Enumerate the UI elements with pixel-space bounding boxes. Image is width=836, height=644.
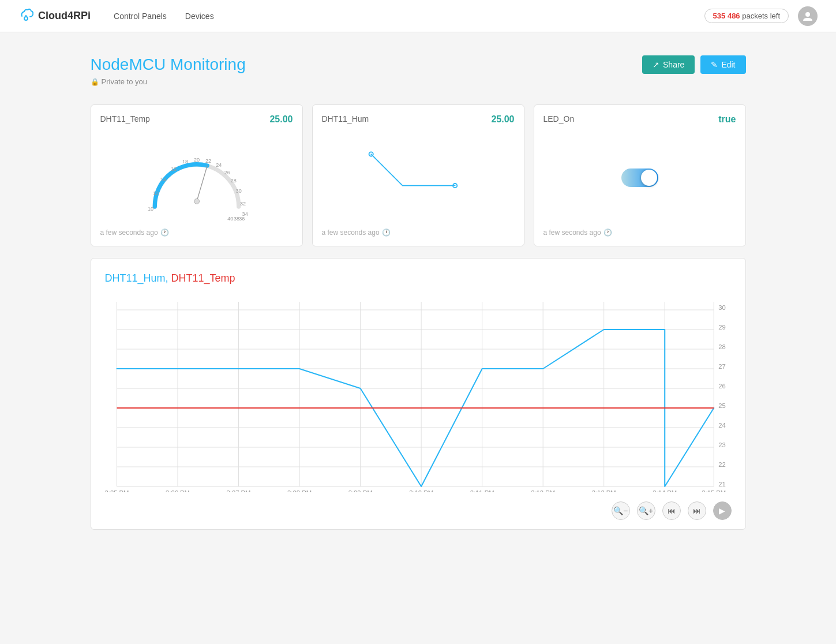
widget-temp-value: 25.00 — [269, 114, 293, 125]
widget-hum: DHT11_Hum 25.00 a few seconds ago 🕐 — [312, 104, 524, 246]
zoom-in-button[interactable]: 🔍− — [612, 501, 630, 520]
svg-text:36: 36 — [239, 216, 245, 222]
svg-text:22: 22 — [718, 461, 726, 468]
packets-count: 535 486 — [713, 12, 740, 20]
toggle-track[interactable] — [621, 169, 658, 187]
gauge-svg: 10 12 14 16 18 20 22 24 26 28 30 32 34 3… — [139, 132, 254, 224]
next-icon: ⏭ — [693, 506, 701, 515]
widget-temp: DHT11_Temp 25.00 10 12 14 16 18 20 22 — [91, 104, 303, 246]
share-icon: ↗ — [653, 60, 659, 69]
widget-temp-footer: a few seconds ago 🕐 — [100, 229, 293, 237]
chart-title: DHT11_Hum, DHT11_Temp — [105, 272, 732, 284]
header-right: 535 486 packets left — [704, 6, 818, 26]
private-label: Private to you — [102, 77, 148, 86]
svg-text:18: 18 — [182, 159, 188, 164]
svg-text:3:13 PM: 3:13 PM — [591, 489, 616, 492]
page-header: NodeMCU Monitoring 🔒 Private to you ↗ Sh… — [91, 55, 746, 86]
svg-text:3:11 PM: 3:11 PM — [470, 489, 494, 492]
svg-text:3:08 PM: 3:08 PM — [287, 489, 312, 492]
svg-point-2 — [805, 12, 810, 17]
svg-text:3:12 PM: 3:12 PM — [531, 489, 555, 492]
toggle-container — [543, 132, 736, 224]
logo-area: Cloud4RPi — [18, 7, 91, 25]
widget-hum-name: DHT11_Hum — [322, 114, 369, 125]
svg-text:22: 22 — [205, 158, 211, 164]
page-title: NodeMCU Monitoring — [91, 55, 246, 74]
svg-text:3:15 PM: 3:15 PM — [702, 489, 726, 492]
led-timestamp: a few seconds ago — [543, 229, 601, 237]
page-title-area: NodeMCU Monitoring 🔒 Private to you — [91, 55, 246, 86]
svg-text:30: 30 — [235, 188, 241, 194]
svg-text:26: 26 — [224, 170, 230, 175]
svg-text:38: 38 — [234, 216, 239, 222]
nav-devices[interactable]: Devices — [185, 12, 214, 21]
edit-button[interactable]: ✎ Edit — [700, 55, 745, 74]
avatar[interactable] — [798, 6, 818, 26]
main-content: NodeMCU Monitoring 🔒 Private to you ↗ Sh… — [72, 32, 764, 553]
packets-badge: 535 486 packets left — [704, 9, 789, 23]
svg-text:24: 24 — [718, 422, 726, 429]
edit-label: Edit — [721, 60, 735, 69]
svg-text:10: 10 — [147, 206, 153, 212]
logo-icon — [18, 7, 33, 25]
chart-controls: 🔍− 🔍+ ⏮ ⏭ ▶ — [105, 497, 732, 520]
widget-led-name: LED_On — [543, 114, 575, 125]
svg-text:27: 27 — [718, 363, 726, 370]
nav-control-panels[interactable]: Control Panels — [114, 12, 167, 21]
svg-text:3:06 PM: 3:06 PM — [166, 489, 190, 492]
widget-hum-header: DHT11_Hum 25.00 — [322, 114, 515, 125]
svg-text:3:05 PM: 3:05 PM — [105, 489, 129, 492]
prev-button[interactable]: ⏮ — [662, 501, 681, 520]
share-button[interactable]: ↗ Share — [642, 55, 695, 74]
play-button[interactable]: ▶ — [713, 501, 732, 520]
toggle-thumb — [641, 170, 657, 186]
led-clock-icon: 🕐 — [603, 229, 612, 237]
svg-text:21: 21 — [718, 481, 726, 488]
zoom-in-icon: 🔍− — [613, 506, 628, 515]
share-label: Share — [663, 60, 684, 69]
edit-icon: ✎ — [711, 60, 718, 69]
widget-led-value: true — [718, 114, 736, 125]
page-private: 🔒 Private to you — [91, 77, 246, 86]
main-nav: Control Panels Devices — [114, 12, 704, 21]
svg-text:12: 12 — [153, 190, 159, 196]
widget-temp-name: DHT11_Temp — [100, 114, 150, 125]
svg-point-20 — [194, 199, 199, 204]
widget-led-footer: a few seconds ago 🕐 — [543, 229, 736, 237]
svg-text:23: 23 — [718, 441, 726, 448]
svg-text:3:10 PM: 3:10 PM — [409, 489, 433, 492]
gauge-container: 10 12 14 16 18 20 22 24 26 28 30 32 34 3… — [100, 132, 293, 224]
prev-icon: ⏮ — [668, 506, 676, 515]
packets-label: packets left — [742, 12, 780, 20]
lock-icon: 🔒 — [91, 78, 99, 86]
widget-hum-value: 25.00 — [491, 114, 514, 125]
svg-text:16: 16 — [170, 166, 176, 172]
svg-text:28: 28 — [230, 178, 236, 184]
play-icon: ▶ — [719, 506, 725, 515]
zoom-out-icon: 🔍+ — [639, 506, 653, 515]
svg-text:24: 24 — [216, 162, 222, 168]
line-svg — [361, 140, 476, 215]
svg-text:25: 25 — [718, 402, 726, 409]
svg-text:14: 14 — [160, 177, 166, 182]
svg-text:20: 20 — [193, 157, 199, 163]
hum-timestamp: a few seconds ago — [322, 229, 380, 237]
svg-text:3:09 PM: 3:09 PM — [348, 489, 372, 492]
logo-text: Cloud4RPi — [38, 10, 91, 22]
svg-text:29: 29 — [718, 324, 726, 331]
svg-point-0 — [24, 17, 28, 20]
chart-title-temp: DHT11_Temp — [171, 272, 235, 284]
svg-line-19 — [197, 166, 207, 201]
chart-area: 21 22 23 24 25 26 27 28 29 30 — [105, 296, 732, 492]
zoom-out-button[interactable]: 🔍+ — [637, 501, 655, 520]
svg-text:3:07 PM: 3:07 PM — [226, 489, 250, 492]
hum-clock-icon: 🕐 — [382, 229, 391, 237]
next-button[interactable]: ⏭ — [688, 501, 706, 520]
svg-text:32: 32 — [239, 201, 245, 207]
svg-text:26: 26 — [718, 383, 726, 390]
line-container — [322, 132, 515, 224]
widget-led: LED_On true a few seconds ago 🕐 — [534, 104, 746, 246]
widget-temp-header: DHT11_Temp 25.00 — [100, 114, 293, 125]
svg-text:28: 28 — [718, 343, 726, 350]
widgets-row: DHT11_Temp 25.00 10 12 14 16 18 20 22 — [91, 104, 746, 246]
